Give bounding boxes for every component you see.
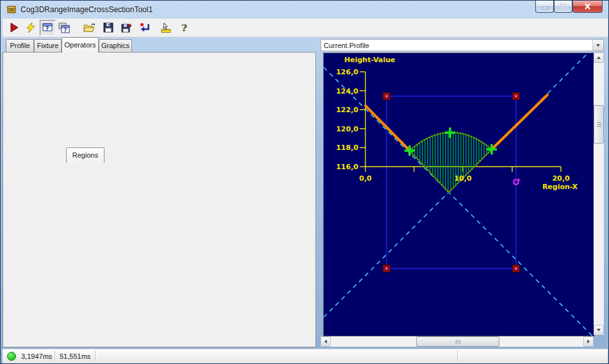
chart-background bbox=[324, 53, 594, 336]
svg-text:?: ? bbox=[181, 22, 187, 33]
scroll-up-button[interactable] bbox=[594, 53, 604, 63]
minimize-button[interactable] bbox=[535, 1, 554, 13]
app-icon bbox=[6, 4, 17, 15]
save-results-button[interactable] bbox=[121, 22, 133, 33]
close-button[interactable] bbox=[572, 1, 603, 13]
help-button[interactable]: ? bbox=[179, 22, 190, 33]
svg-text:?: ? bbox=[64, 28, 67, 33]
svg-text:?: ? bbox=[46, 26, 49, 32]
y-tick-label: 116,0 bbox=[336, 163, 358, 171]
save-icon bbox=[103, 22, 113, 33]
record-selector-value: Current.Profile bbox=[321, 42, 592, 49]
display-horizontal-scrollbar[interactable] bbox=[321, 336, 594, 347]
y-tick-label: 120,0 bbox=[336, 125, 358, 133]
profile-chart: Height-Value 126,0 124,0 122,0 120,0 118… bbox=[323, 53, 595, 336]
open-icon bbox=[83, 22, 95, 33]
operators-page bbox=[3, 52, 316, 347]
float-tool-display-icon: ? bbox=[58, 22, 70, 33]
tab-fixture[interactable]: Fixture bbox=[34, 39, 62, 52]
electric-run-icon bbox=[26, 22, 36, 33]
tool-display-icon: ? bbox=[42, 22, 53, 33]
y-tick-label: 122,0 bbox=[336, 106, 358, 114]
title-bar[interactable]: Cog3DRangeImageCrossSectionTool1 bbox=[1, 1, 608, 19]
total-time: 51,551ms bbox=[60, 352, 90, 360]
x-tick-label: 0,0 bbox=[359, 174, 372, 183]
display-vertical-scrollbar[interactable] bbox=[594, 53, 604, 335]
x-tick-label: 10,0 bbox=[454, 174, 471, 183]
help-icon: ? bbox=[180, 22, 189, 33]
reset-icon bbox=[139, 22, 151, 33]
run-button[interactable] bbox=[8, 22, 20, 33]
tool-window: Cog3DRangeImageCrossSectionTool1 ? ? bbox=[0, 0, 609, 364]
maximize-icon bbox=[560, 3, 567, 10]
open-button[interactable] bbox=[83, 22, 95, 33]
save-results-icon bbox=[121, 22, 133, 33]
scroll-down-button[interactable] bbox=[594, 325, 604, 335]
statusbar-separator bbox=[95, 351, 96, 361]
statusbar-separator bbox=[457, 351, 458, 361]
maximize-button[interactable] bbox=[554, 1, 572, 13]
scroll-thumb[interactable] bbox=[416, 336, 499, 347]
electric-run-button[interactable] bbox=[25, 22, 37, 33]
tool-display-button[interactable]: ? bbox=[40, 20, 56, 36]
pointer-ruler-icon bbox=[160, 22, 172, 33]
tab-operators[interactable]: Operators bbox=[62, 37, 99, 53]
edit-graphics-button[interactable] bbox=[160, 22, 172, 33]
chevron-down-icon[interactable] bbox=[592, 40, 603, 51]
scroll-thumb[interactable] bbox=[594, 105, 604, 144]
tab-graphics[interactable]: Graphics bbox=[99, 39, 132, 52]
statusbar-separator bbox=[54, 351, 56, 361]
x-tick-label: 20,0 bbox=[552, 174, 569, 183]
execution-time: 3,1947ms bbox=[21, 352, 52, 360]
float-tool-display-button[interactable]: ? bbox=[58, 22, 70, 33]
y-tick-label: 118,0 bbox=[336, 144, 358, 152]
x-axis-title: Region-X bbox=[542, 183, 578, 191]
status-bar bbox=[3, 349, 608, 363]
window-title: Cog3DRangeImageCrossSectionTool1 bbox=[21, 5, 153, 14]
reset-button[interactable] bbox=[139, 22, 151, 33]
y-tick-label: 124,0 bbox=[336, 87, 358, 95]
tab-profile[interactable]: Profile bbox=[6, 39, 34, 52]
scroll-left-button[interactable] bbox=[321, 336, 331, 347]
tab-regions[interactable]: Regions bbox=[66, 147, 104, 163]
y-tick-label: 126,0 bbox=[336, 68, 358, 76]
scroll-right-button[interactable] bbox=[583, 336, 594, 347]
save-button[interactable] bbox=[103, 22, 114, 33]
run-status-led bbox=[7, 352, 16, 361]
y-axis-title: Height-Value bbox=[344, 56, 396, 64]
minimize-icon bbox=[542, 4, 548, 10]
close-icon bbox=[584, 3, 591, 10]
run-icon bbox=[10, 22, 19, 33]
record-selector-combobox[interactable]: Current.Profile bbox=[321, 39, 604, 51]
